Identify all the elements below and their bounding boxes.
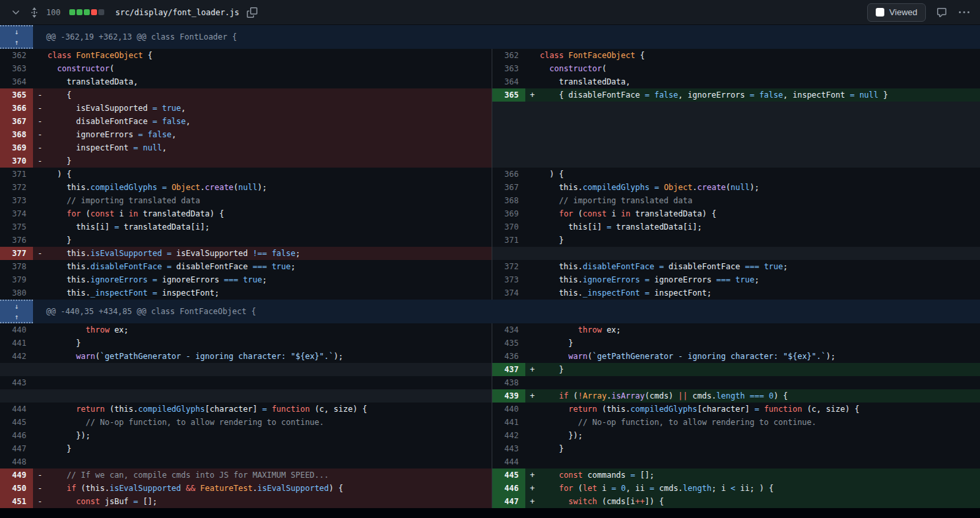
chevron-down-icon [11,7,21,18]
line-number[interactable]: 365 [0,88,33,102]
expand-up-button[interactable]: ↑ [0,311,33,323]
line-number[interactable]: 435 [492,337,525,350]
line-number[interactable]: 364 [492,75,525,88]
line-number[interactable]: 447 [492,495,525,508]
line-number[interactable]: 446 [492,482,525,495]
line-number[interactable]: 377 [0,247,33,260]
diff-row: 377- this.isEvalSupported = isEvalSuppor… [0,247,980,260]
line-number[interactable]: 448 [0,455,33,469]
line-number[interactable]: 363 [0,62,33,75]
line-number[interactable]: 371 [0,168,33,181]
line-number[interactable]: 445 [0,416,33,429]
line-number[interactable]: 438 [492,376,525,389]
diff-row: 378 this.disableFontFace = disableFontFa… [0,260,980,273]
line-number[interactable]: 441 [0,337,33,350]
file-path[interactable]: src/display/font_loader.js [115,8,240,17]
comment-button[interactable] [935,6,948,19]
diff-marker [525,234,540,247]
diff-marker [525,403,540,416]
diff-marker [525,115,540,128]
line-number[interactable]: 368 [492,194,525,207]
diff-marker: - [33,154,48,168]
expand-down-button[interactable]: ↓ [0,300,33,311]
line-number[interactable]: 366 [492,168,525,181]
line-number[interactable]: 442 [492,429,525,442]
line-number[interactable]: 434 [492,323,525,337]
code-line: disableFontFace = false, [48,115,492,128]
diff-cell-right [492,154,980,168]
line-number[interactable]: 372 [492,260,525,273]
diff-cell-left: 368- ignoreErrors = false, [0,128,492,141]
viewed-button[interactable]: Viewed [867,3,926,22]
diff-cell-right [492,128,980,141]
line-number[interactable]: 375 [0,220,33,234]
line-number[interactable]: 373 [0,194,33,207]
hunk-bar: ↓↑@@ -440,35 +434,85 @@ class FontFaceOb… [0,300,980,323]
line-number[interactable]: 370 [492,220,525,234]
line-number[interactable]: 444 [0,403,33,416]
code-line: } [48,337,492,350]
diff-cell-left: 448 [0,455,492,469]
line-number[interactable]: 370 [0,154,33,168]
line-number[interactable]: 366 [0,102,33,115]
line-number[interactable]: 439 [492,389,525,403]
code-line: // importing translated data [48,194,492,207]
line-number[interactable]: 379 [0,273,33,286]
line-number[interactable]: 443 [492,442,525,455]
diff-marker [525,102,540,115]
copy-path-button[interactable] [245,6,259,19]
line-number [492,128,525,141]
diff-cell-left: 375 this[i] = translatedData[i]; [0,220,492,234]
expand-down-button[interactable]: ↓ [0,25,33,37]
code-line: }); [48,429,492,442]
line-number[interactable]: 441 [492,416,525,429]
line-number[interactable]: 363 [492,62,525,75]
line-number[interactable]: 436 [492,350,525,363]
line-number[interactable]: 445 [492,469,525,482]
line-number[interactable]: 374 [492,286,525,300]
line-number[interactable]: 367 [0,115,33,128]
code-line: this.compiledGlyphs = Object.create(null… [540,181,980,194]
line-number[interactable]: 444 [492,455,525,469]
line-number[interactable]: 374 [0,207,33,220]
viewed-checkbox[interactable] [876,8,884,16]
line-number[interactable]: 362 [492,49,525,62]
line-number[interactable]: 371 [492,234,525,247]
line-number[interactable]: 376 [0,234,33,247]
line-number[interactable]: 442 [0,350,33,363]
line-number[interactable]: 368 [0,128,33,141]
diff-cell-left: 366- isEvalSupported = true, [0,102,492,115]
diff-cell-left [0,389,492,403]
line-number[interactable]: 451 [0,495,33,508]
line-number[interactable]: 443 [0,376,33,389]
line-number[interactable]: 447 [0,442,33,455]
line-number[interactable]: 373 [492,273,525,286]
diff-cell-right: 437+ } [492,363,980,376]
file-options-button[interactable] [958,6,971,19]
line-number[interactable]: 364 [0,75,33,88]
line-number [0,363,33,376]
line-number[interactable]: 372 [0,181,33,194]
diffstat-square-deletion [91,9,97,15]
diff-marker: - [33,482,48,495]
drag-handle[interactable] [28,6,40,19]
line-number[interactable]: 367 [492,181,525,194]
line-number[interactable]: 440 [0,323,33,337]
line-number[interactable]: 365 [492,88,525,102]
line-number[interactable]: 446 [0,429,33,442]
diff-cell-left: 379 this.ignoreErrors = ignoreErrors ===… [0,273,492,286]
line-number[interactable]: 450 [0,482,33,495]
code-line: for (const i in translatedData) { [48,207,492,220]
expand-up-button[interactable]: ↑ [0,37,33,49]
diff-cell-left: 369- inspectFont = null, [0,141,492,154]
collapse-file-button[interactable] [9,6,22,19]
line-number[interactable]: 369 [492,207,525,220]
line-number[interactable]: 449 [0,469,33,482]
line-number[interactable]: 369 [0,141,33,154]
diff-marker [33,286,48,300]
line-number[interactable]: 380 [0,286,33,300]
line-number[interactable]: 362 [0,49,33,62]
line-number[interactable]: 378 [0,260,33,273]
line-number[interactable]: 437 [492,363,525,376]
line-number[interactable]: 440 [492,403,525,416]
